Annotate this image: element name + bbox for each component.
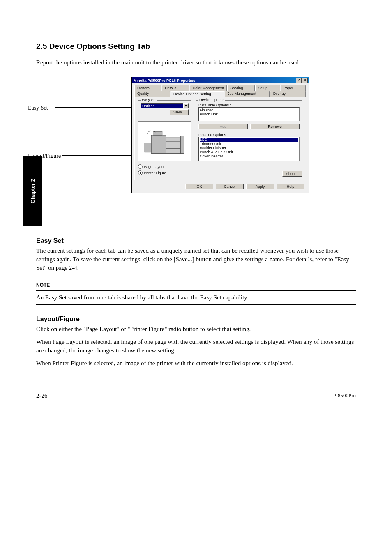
tab-row-front: Quality Device Options Setting Job Manag… (134, 91, 306, 97)
tab-paper[interactable]: Paper (281, 85, 306, 91)
easy-set-combo[interactable]: Untitled ▼ (141, 103, 189, 108)
easy-set-body: The current settings for each tab can be… (36, 246, 356, 272)
easy-set-group-title: Easy Set (141, 98, 157, 102)
printer-figure-preview (138, 121, 191, 161)
tab-row-back: General Details Color Management Sharing… (134, 85, 306, 91)
printer-icon (142, 125, 187, 158)
dialog-title: Minolta Pi8500Pro PCL6 Properties (134, 78, 195, 83)
layout-figure-body1: Click on either the "Page Layout" or "Pr… (36, 325, 356, 334)
remove-button[interactable]: Remove (250, 124, 300, 129)
cancel-button[interactable]: Cancel (216, 184, 244, 189)
installed-label: Installed Options : (198, 133, 300, 137)
easy-set-group: Easy Set Untitled ▼ Save... (138, 100, 191, 116)
radio-printer-figure-label: Printer Figure (144, 171, 166, 175)
properties-dialog: Minolta Pi8500Pro PCL6 Properties ? × Ge… (131, 77, 309, 193)
installed-options-list[interactable]: LCC Trimmer Unit Booklet Finisher Punch … (198, 137, 300, 161)
note-bottom-rule (36, 304, 356, 305)
ok-button[interactable]: OK (185, 184, 213, 189)
dialog-titlebar: Minolta Pi8500Pro PCL6 Properties ? × (132, 77, 309, 83)
layout-figure-body3: When Printer Figure is selected, an imag… (36, 359, 356, 368)
caption-layout-figure: Layout/Figure (28, 153, 61, 159)
list-item[interactable]: Booklet Finisher (200, 146, 298, 150)
section-intro: Report the options installed in the main… (36, 58, 356, 67)
help-button[interactable]: Help (277, 184, 304, 189)
tab-quality[interactable]: Quality (134, 91, 170, 97)
note-body: An Easy Set saved from one tab is shared… (36, 293, 356, 302)
installable-label: Installable Options : (198, 103, 300, 107)
list-item[interactable]: Punch & Z-Fold Unit (200, 150, 298, 154)
svg-rect-0 (145, 143, 151, 152)
tab-overlay[interactable]: Overlay (270, 91, 306, 97)
list-item[interactable]: Cover Inserter (200, 154, 298, 158)
svg-rect-3 (166, 138, 181, 153)
installable-options-list[interactable]: Finisher Punch Unit (198, 107, 300, 121)
leader-line-2 (62, 155, 135, 156)
svg-rect-2 (153, 131, 162, 135)
page-number: 2-26 (36, 392, 48, 399)
easy-set-combo-value: Untitled (141, 103, 183, 108)
tab-panel: Easy Set Untitled ▼ Save... (134, 97, 306, 180)
header-divider (36, 25, 356, 25)
figure-wrap: Easy Set Layout/Figure Minolta Pi8500Pro… (36, 77, 356, 225)
tab-job-management[interactable]: Job Management (225, 91, 270, 97)
radio-printer-figure[interactable]: Printer Figure (138, 170, 191, 175)
product-name: Pi8500Pro (333, 392, 356, 399)
help-icon[interactable]: ? (296, 78, 302, 83)
radio-page-layout-label: Page Layout (144, 165, 165, 169)
list-item[interactable]: Punch Unit (200, 112, 298, 116)
note-top-rule (36, 290, 356, 291)
note-label: NOTE (36, 282, 356, 288)
chevron-down-icon[interactable]: ▼ (183, 103, 189, 108)
tab-general[interactable]: General (134, 85, 161, 91)
about-button[interactable]: About... (282, 171, 302, 177)
apply-button[interactable]: Apply (246, 184, 274, 189)
page-footer: 2-26 Pi8500Pro (36, 392, 356, 399)
list-item[interactable]: LCC (200, 138, 298, 142)
svg-rect-1 (151, 135, 166, 153)
section-heading: 2.5 Device Options Setting Tab (36, 42, 356, 51)
list-item[interactable]: Finisher (200, 108, 298, 112)
device-options-group-title: Device Options (198, 98, 225, 102)
device-options-group: Device Options Installable Options : Fin… (196, 100, 302, 169)
leader-line-1 (55, 107, 135, 108)
radio-page-layout[interactable]: Page Layout (138, 164, 191, 169)
tab-device-options-setting[interactable]: Device Options Setting (171, 91, 224, 97)
layout-figure-heading: Layout/Figure (36, 315, 356, 323)
list-item[interactable]: Trimmer Unit (200, 142, 298, 146)
caption-easyset: Easy Set (28, 105, 48, 111)
save-button[interactable]: Save... (170, 109, 189, 115)
radio-icon (138, 164, 143, 169)
tab-color-management[interactable]: Color Management (190, 85, 227, 91)
close-icon[interactable]: × (302, 78, 308, 83)
add-button[interactable]: Add (198, 124, 248, 129)
tab-setup[interactable]: Setup (255, 85, 280, 91)
tab-details[interactable]: Details (162, 85, 189, 91)
radio-icon (138, 170, 143, 175)
dialog-button-row: OK Cancel Apply Help (132, 180, 309, 193)
easy-set-heading: Easy Set (36, 237, 356, 244)
tab-sharing[interactable]: Sharing (227, 85, 254, 91)
layout-figure-body2: When Page Layout is selected, an image o… (36, 338, 356, 355)
svg-rect-7 (180, 136, 184, 153)
